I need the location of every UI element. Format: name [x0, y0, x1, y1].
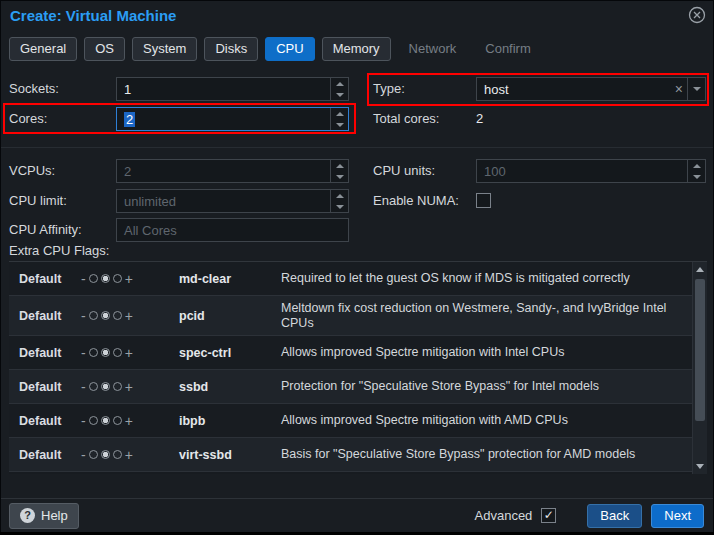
cores-spinner[interactable] — [330, 108, 348, 130]
tab-memory[interactable]: Memory — [322, 37, 391, 61]
flag-default-label: Default — [9, 272, 81, 286]
cpu-limit-spinner — [330, 190, 348, 212]
slider-stop-on[interactable] — [113, 311, 122, 320]
slider-stop-default[interactable] — [101, 274, 110, 283]
flag-description: Allows improved Spectre mitigation with … — [281, 345, 685, 360]
minus-icon[interactable]: - — [81, 450, 86, 460]
question-icon: ? — [20, 508, 35, 523]
flag-description: Protection for "Speculative Store Bypass… — [281, 379, 685, 394]
plus-icon[interactable]: + — [125, 450, 133, 460]
tab-general[interactable]: General — [9, 37, 77, 61]
slider-stop-on[interactable] — [113, 382, 122, 391]
sockets-spinner[interactable] — [330, 78, 348, 100]
enable-numa-checkbox[interactable] — [476, 193, 491, 208]
minus-icon[interactable]: - — [81, 382, 86, 392]
slider-stop-off[interactable] — [89, 348, 98, 357]
flag-default-label: Default — [9, 380, 81, 394]
spinner-up-button[interactable] — [331, 78, 348, 89]
slider-stop-off[interactable] — [89, 311, 98, 320]
minus-icon[interactable]: - — [81, 274, 86, 284]
plus-icon[interactable]: + — [125, 416, 133, 426]
sockets-field[interactable]: 1 — [116, 77, 349, 101]
cores-value-selected: 2 — [124, 112, 135, 127]
flag-default-label: Default — [9, 414, 81, 428]
plus-icon[interactable]: + — [125, 348, 133, 358]
vcpus-label: VCPUs: — [9, 159, 55, 183]
cpu-limit-field: unlimited — [116, 189, 349, 213]
slider-stop-off[interactable] — [89, 274, 98, 283]
slider-stop-off[interactable] — [89, 450, 98, 459]
tab-disks[interactable]: Disks — [204, 37, 258, 61]
scroll-up-button[interactable] — [693, 262, 707, 277]
slider-stop-off[interactable] — [89, 416, 98, 425]
slider-stop-default[interactable] — [101, 382, 110, 391]
spinner-up-button[interactable] — [331, 108, 348, 119]
chevron-down-icon — [696, 464, 704, 469]
cpu-units-spinner — [687, 160, 705, 182]
scroll-down-button[interactable] — [693, 459, 707, 474]
dialog-title: Create: Virtual Machine — [10, 7, 176, 24]
cpu-limit-label: CPU limit: — [9, 189, 67, 213]
extra-cpu-flags-label: Extra CPU Flags: — [9, 243, 109, 258]
flag-default-label: Default — [9, 346, 81, 360]
cpu-type-combo[interactable]: host × — [476, 77, 706, 101]
chevron-up-icon — [336, 164, 344, 168]
tab-os[interactable]: OS — [84, 37, 125, 61]
close-icon[interactable] — [688, 6, 706, 24]
combo-trigger[interactable] — [687, 78, 705, 100]
chevron-down-icon — [336, 175, 344, 179]
cores-field[interactable]: 2 — [116, 107, 349, 131]
flag-state-slider[interactable]: - + — [81, 274, 179, 284]
flag-row-pcid: Default - + pcid Meltdown fix cost reduc… — [9, 296, 707, 336]
back-button[interactable]: Back — [587, 504, 642, 528]
plus-icon[interactable]: + — [125, 382, 133, 392]
type-label: Type: — [373, 77, 405, 101]
flag-name: ibpb — [179, 414, 281, 428]
slider-stop-on[interactable] — [113, 274, 122, 283]
chevron-down-icon — [693, 175, 701, 179]
spinner-down-button[interactable] — [331, 119, 348, 130]
tab-system[interactable]: System — [132, 37, 197, 61]
slider-stop-default[interactable] — [101, 450, 110, 459]
create-vm-dialog: Create: Virtual Machine General OS Syste… — [0, 0, 714, 532]
flag-state-slider[interactable]: - + — [81, 450, 179, 460]
cpu-type-value: host — [484, 82, 509, 97]
tab-cpu[interactable]: CPU — [265, 37, 314, 61]
scrollbar[interactable] — [692, 262, 707, 474]
plus-icon[interactable]: + — [125, 274, 133, 284]
minus-icon[interactable]: - — [81, 416, 86, 426]
cpu-affinity-field[interactable]: All Cores — [116, 218, 349, 242]
advanced-checkbox[interactable]: ✓ — [541, 508, 556, 523]
slider-stop-off[interactable] — [89, 382, 98, 391]
slider-stop-default[interactable] — [101, 416, 110, 425]
flag-state-slider[interactable]: - + — [81, 311, 179, 321]
flag-state-slider[interactable]: - + — [81, 348, 179, 358]
total-cores-value: 2 — [476, 107, 483, 131]
flag-name: ssbd — [179, 380, 281, 394]
next-button[interactable]: Next — [651, 504, 704, 528]
slider-stop-default[interactable] — [101, 348, 110, 357]
help-button[interactable]: ? Help — [9, 503, 79, 529]
sockets-value: 1 — [124, 82, 131, 97]
plus-icon[interactable]: + — [125, 311, 133, 321]
spinner-down-button[interactable] — [331, 89, 348, 100]
slider-stop-on[interactable] — [113, 348, 122, 357]
advanced-label: Advanced — [475, 508, 533, 523]
flag-row-spec-ctrl: Default - + spec-ctrl Allows improved Sp… — [9, 336, 707, 370]
slider-stop-default[interactable] — [101, 311, 110, 320]
cpu-units-field: 100 — [476, 159, 706, 183]
flag-state-slider[interactable]: - + — [81, 382, 179, 392]
chevron-down-icon — [693, 87, 701, 91]
chevron-up-icon — [336, 112, 344, 116]
scrollbar-thumb[interactable] — [695, 279, 705, 421]
minus-icon[interactable]: - — [81, 311, 86, 321]
flag-description: Meltdown fix cost reduction on Westmere,… — [281, 301, 685, 331]
clear-icon[interactable]: × — [671, 81, 687, 97]
flag-state-slider[interactable]: - + — [81, 416, 179, 426]
flag-name: virt-ssbd — [179, 448, 281, 462]
slider-stop-on[interactable] — [113, 416, 122, 425]
slider-stop-on[interactable] — [113, 450, 122, 459]
vcpus-spinner — [330, 160, 348, 182]
minus-icon[interactable]: - — [81, 348, 86, 358]
chevron-up-icon — [693, 164, 701, 168]
